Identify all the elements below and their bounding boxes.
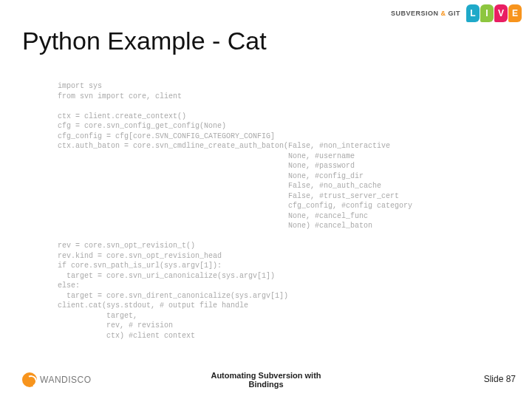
wandisco-text: WANDISCO	[40, 375, 92, 385]
footer-center: Automating Subversion with Bindings	[211, 371, 321, 389]
brand-svn-text: SUBVERSION	[391, 10, 439, 17]
top-brand-bar: SUBVERSION & GIT L I V E	[391, 4, 522, 22]
live-letter-e: E	[508, 4, 522, 22]
live-logo: L I V E	[466, 4, 522, 22]
footer-center-line2: Bindings	[211, 380, 321, 389]
live-letter-l: L	[466, 4, 480, 22]
live-letter-i: I	[480, 4, 494, 22]
footer-center-line1: Automating Subversion with	[211, 371, 321, 380]
code-block: import sys from svn import core, client …	[58, 81, 412, 341]
slide-number: Slide 87	[484, 374, 516, 384]
brand-git-text: GIT	[449, 10, 461, 17]
live-letter-v: V	[494, 4, 508, 22]
slide: SUBVERSION & GIT L I V E Python Example …	[0, 0, 532, 399]
footer: WANDISCO Automating Subversion with Bind…	[0, 366, 532, 390]
slide-title: Python Example - Cat	[22, 27, 267, 55]
wandisco-logo: WANDISCO	[22, 372, 92, 387]
brand-ampersand: &	[440, 10, 446, 17]
wandisco-icon	[22, 372, 37, 387]
brand-svn: SUBVERSION & GIT	[391, 10, 460, 17]
